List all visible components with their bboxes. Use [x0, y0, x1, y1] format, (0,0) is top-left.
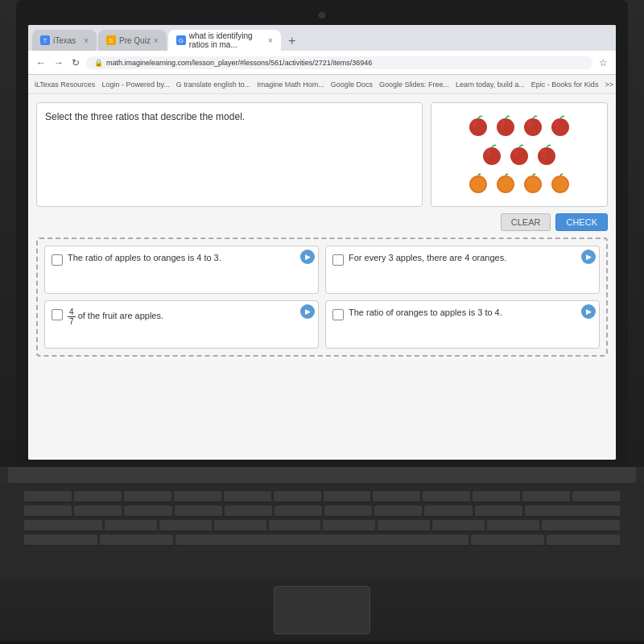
apple-2 — [493, 114, 518, 138]
bookmark-login[interactable]: Login - Powered by... — [101, 80, 169, 89]
bookmark-gdocs[interactable]: Google Docs — [331, 80, 373, 89]
key — [74, 491, 122, 502]
key — [525, 506, 620, 517]
key-row-2 — [24, 506, 620, 517]
key — [24, 491, 72, 502]
key — [105, 520, 157, 531]
svg-point-19 — [526, 177, 540, 192]
tab-label-active: what is identifying ratios in ma... — [189, 31, 265, 49]
svg-point-11 — [514, 149, 518, 157]
audio-button-2[interactable]: ▶ — [581, 250, 596, 264]
key — [471, 535, 544, 546]
choice-checkbox-4[interactable] — [332, 309, 344, 320]
choice-checkbox-1[interactable] — [52, 254, 63, 266]
key — [174, 491, 221, 502]
tab-add-button[interactable]: + — [283, 31, 302, 51]
choice-item-2: For every 3 apples, there are 4 oranges.… — [325, 246, 600, 294]
tab-close-prequiz[interactable]: × — [154, 36, 159, 45]
url-box[interactable]: 🔒 math.imaginelearning.com/lesson_player… — [86, 56, 592, 69]
tab-prequiz[interactable]: S Pre Quiz × — [98, 30, 167, 51]
svg-point-17 — [498, 177, 513, 192]
audio-button-3[interactable]: ▶ — [300, 304, 315, 319]
apple-row-2 — [480, 142, 559, 167]
key — [424, 506, 472, 517]
key — [547, 535, 620, 546]
key — [274, 491, 321, 502]
svg-point-9 — [486, 149, 491, 157]
action-buttons: CLEAR CHECK — [36, 213, 608, 231]
key — [378, 520, 430, 531]
bookmark-gslides[interactable]: Google Slides: Free... — [379, 80, 449, 89]
fraction-display: 4 7 — [68, 308, 76, 326]
webcam — [319, 12, 325, 19]
bookmark-imagine[interactable]: Imagine Math Hom... — [257, 80, 324, 89]
audio-button-4[interactable]: ▶ — [581, 304, 596, 319]
key-row-1 — [24, 491, 620, 502]
key — [473, 491, 520, 502]
svg-point-2 — [497, 118, 514, 136]
image-box — [431, 102, 608, 207]
check-button[interactable]: CHECK — [555, 213, 608, 231]
apple-7 — [535, 142, 559, 167]
bookmark-learn[interactable]: Learn today, build a... — [456, 80, 525, 89]
choice-text-4: The ratio of oranges to apples is 3 to 4… — [349, 308, 592, 317]
keyboard-top — [8, 467, 636, 483]
choice-checkbox-2[interactable] — [332, 254, 344, 266]
orange-2 — [493, 171, 518, 196]
address-bar: ← → ↻ 🔒 math.imaginelearning.com/lesson_… — [28, 51, 616, 75]
url-text: math.imaginelearning.com/lesson_player/#… — [106, 59, 372, 67]
orange-row — [466, 171, 572, 196]
key — [159, 520, 212, 531]
svg-point-4 — [524, 118, 542, 136]
dell-area — [0, 580, 644, 641]
question-area: Select the three ratios that describe th… — [36, 102, 608, 207]
bookmark-epic[interactable]: Epic - Books for Kids — [531, 80, 599, 89]
svg-point-3 — [500, 120, 505, 128]
bookmark-translate[interactable]: G translate english to... — [176, 80, 251, 89]
apple-row — [466, 114, 572, 138]
tab-favicon-active: G — [176, 35, 186, 45]
touchpad[interactable] — [274, 586, 370, 634]
key — [269, 520, 321, 531]
svg-point-8 — [483, 147, 501, 165]
key-row-3 — [24, 520, 620, 531]
svg-point-10 — [510, 147, 528, 165]
svg-point-1 — [473, 120, 477, 128]
key — [74, 506, 122, 517]
tab-close-itexas[interactable]: × — [84, 36, 89, 45]
fraction-numerator: 4 — [68, 308, 76, 317]
key — [323, 520, 375, 531]
audio-button-1[interactable]: ▶ — [300, 250, 315, 264]
choice-item-3: 4 7 of the fruit are apples. ▶ — [44, 300, 319, 349]
back-button[interactable]: ← — [35, 56, 47, 70]
choice-item-1: The ratio of apples to oranges is 4 to 3… — [44, 246, 319, 294]
tab-favicon-itexas: T — [40, 35, 50, 45]
tab-close-active[interactable]: × — [268, 36, 273, 45]
fraction-denominator: 7 — [68, 317, 76, 326]
key — [572, 491, 620, 502]
forward-button[interactable]: → — [52, 56, 65, 70]
key — [487, 520, 539, 531]
bookmark-more[interactable]: >> — [605, 80, 613, 89]
spacebar-key[interactable] — [175, 535, 469, 546]
svg-point-0 — [469, 118, 487, 136]
tab-itexas[interactable]: T iTexas × — [32, 30, 97, 51]
svg-point-15 — [471, 177, 485, 192]
choice-checkbox-3[interactable] — [52, 309, 63, 320]
tab-label-prequiz: Pre Quiz — [119, 36, 151, 45]
clear-button[interactable]: CLEAR — [501, 213, 551, 231]
key — [24, 520, 102, 531]
key — [275, 506, 322, 517]
choices-area: The ratio of apples to oranges is 4 to 3… — [36, 237, 608, 357]
apple-6 — [507, 142, 531, 167]
bookmark-iltexas[interactable]: iLTexas Resources — [35, 80, 95, 89]
key — [24, 535, 97, 546]
page-content: Select the three ratios that describe th… — [28, 94, 616, 460]
bookmark-star[interactable]: ☆ — [597, 56, 609, 70]
key — [225, 506, 272, 517]
reload-button[interactable]: ↻ — [70, 56, 81, 70]
key — [224, 491, 271, 502]
keyboard-body — [0, 483, 644, 580]
bookmarks-bar: iLTexas Resources Login - Powered by... … — [28, 75, 616, 94]
tab-active[interactable]: G what is identifying ratios in ma... × — [168, 30, 281, 51]
